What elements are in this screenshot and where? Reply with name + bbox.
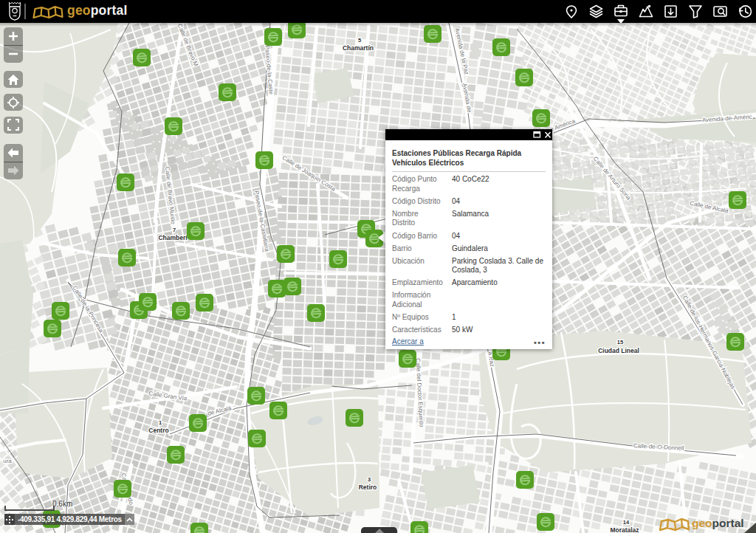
svg-text:14: 14: [623, 519, 630, 526]
svg-text:1: 1: [159, 419, 162, 426]
svg-text:Moratalaz: Moratalaz: [610, 526, 639, 533]
svg-text:7: 7: [173, 227, 176, 233]
svg-text:5: 5: [358, 37, 361, 44]
svg-text:Ciudad Lineal: Ciudad Lineal: [598, 347, 639, 354]
svg-text:Retiro: Retiro: [359, 484, 377, 491]
svg-text:Centro: Centro: [148, 427, 168, 434]
svg-text:Chamberí: Chamberí: [158, 234, 188, 241]
svg-text:ura: ura: [3, 458, 12, 464]
svg-text:3: 3: [368, 476, 371, 483]
svg-text:Chamartín: Chamartín: [343, 44, 374, 52]
svg-text:15: 15: [617, 339, 623, 345]
